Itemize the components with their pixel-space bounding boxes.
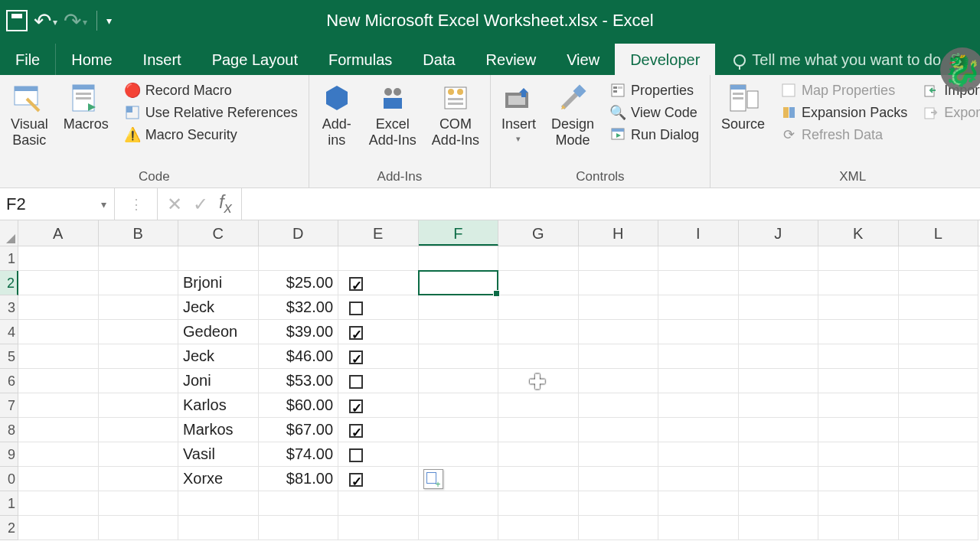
excel-addins-button[interactable]: Excel Add-Ins xyxy=(366,80,420,149)
cell[interactable] xyxy=(419,271,499,295)
cell[interactable]: Jeck xyxy=(178,344,259,369)
cell[interactable] xyxy=(99,344,179,369)
cell[interactable] xyxy=(99,369,179,393)
cell[interactable] xyxy=(419,393,499,418)
cell[interactable] xyxy=(498,344,579,369)
cell[interactable] xyxy=(338,295,419,320)
cell[interactable] xyxy=(818,393,899,418)
cell[interactable] xyxy=(818,467,899,491)
cell[interactable] xyxy=(259,491,339,516)
use-relative-refs-button[interactable]: Use Relative References xyxy=(121,102,301,123)
cell[interactable] xyxy=(338,491,419,516)
cell[interactable] xyxy=(739,442,819,467)
cell[interactable] xyxy=(658,246,739,271)
row-header[interactable]: 2 xyxy=(0,271,18,295)
cell[interactable] xyxy=(658,467,739,491)
cell[interactable] xyxy=(419,442,499,467)
cell[interactable] xyxy=(338,246,419,271)
cell[interactable] xyxy=(99,491,179,516)
expansion-packs-button[interactable]: Expansion Packs xyxy=(777,102,910,123)
select-all-corner[interactable] xyxy=(0,220,18,246)
cell[interactable] xyxy=(18,516,99,540)
cell[interactable] xyxy=(739,369,819,393)
cell[interactable]: $81.00 xyxy=(259,467,339,491)
column-header[interactable]: D xyxy=(259,220,339,246)
row-header[interactable]: 7 xyxy=(0,393,18,418)
cell[interactable]: Joni xyxy=(178,369,259,393)
cell[interactable] xyxy=(739,246,819,271)
cell[interactable] xyxy=(18,271,99,295)
checkbox-control[interactable] xyxy=(349,277,363,291)
column-header[interactable]: F xyxy=(419,220,499,246)
cell[interactable]: $32.00 xyxy=(259,295,339,320)
cell[interactable] xyxy=(498,418,579,442)
cell[interactable]: Jeck xyxy=(178,295,259,320)
row-header[interactable]: 5 xyxy=(0,344,18,369)
cell[interactable] xyxy=(818,369,899,393)
cell[interactable] xyxy=(739,491,819,516)
cell[interactable] xyxy=(818,516,899,540)
column-header[interactable]: J xyxy=(739,220,819,246)
cell[interactable] xyxy=(579,369,659,393)
checkbox-control[interactable] xyxy=(349,350,363,364)
cell[interactable] xyxy=(658,442,739,467)
cell[interactable] xyxy=(899,344,979,369)
cell[interactable] xyxy=(658,418,739,442)
row-header[interactable]: 9 xyxy=(0,442,18,467)
checkbox-control[interactable] xyxy=(349,375,363,389)
cell[interactable] xyxy=(419,295,499,320)
cell[interactable] xyxy=(899,393,979,418)
save-icon[interactable] xyxy=(6,10,28,31)
cell[interactable] xyxy=(818,491,899,516)
cell[interactable] xyxy=(18,246,99,271)
column-header[interactable]: B xyxy=(99,220,179,246)
cell[interactable] xyxy=(899,246,979,271)
cell[interactable] xyxy=(818,418,899,442)
tab-view[interactable]: View xyxy=(551,44,615,75)
cell[interactable] xyxy=(18,418,99,442)
tell-me-search[interactable]: Tell me what you want to do xyxy=(733,51,941,75)
cell[interactable] xyxy=(338,271,419,295)
cell[interactable] xyxy=(18,467,99,491)
cell[interactable]: Karlos xyxy=(178,393,259,418)
tab-developer[interactable]: Developer xyxy=(615,44,715,75)
cell[interactable] xyxy=(498,516,579,540)
cell[interactable] xyxy=(498,393,579,418)
cell[interactable] xyxy=(419,491,499,516)
qat-customize-icon[interactable]: ▾ xyxy=(106,15,112,27)
cell[interactable] xyxy=(178,516,259,540)
cell[interactable] xyxy=(18,393,99,418)
cell[interactable] xyxy=(99,295,179,320)
cell[interactable] xyxy=(338,344,419,369)
cell[interactable] xyxy=(579,467,659,491)
cell[interactable]: Markos xyxy=(178,418,259,442)
cell[interactable] xyxy=(899,369,979,393)
cell[interactable] xyxy=(818,295,899,320)
column-header[interactable]: L xyxy=(899,220,979,246)
run-dialog-button[interactable]: Run Dialog xyxy=(606,124,702,145)
cell[interactable] xyxy=(419,246,499,271)
cell[interactable] xyxy=(658,516,739,540)
cell[interactable]: Gedeon xyxy=(178,320,259,344)
cell[interactable] xyxy=(18,344,99,369)
cell[interactable] xyxy=(579,344,659,369)
macros-button[interactable]: Macros xyxy=(60,80,112,134)
cell[interactable] xyxy=(498,467,579,491)
tab-home[interactable]: Home xyxy=(56,44,127,75)
cell[interactable]: $74.00 xyxy=(259,442,339,467)
cell[interactable] xyxy=(899,442,979,467)
checkbox-control[interactable] xyxy=(349,424,363,438)
cell[interactable] xyxy=(99,320,179,344)
properties-button[interactable]: Properties xyxy=(606,80,702,101)
cell[interactable] xyxy=(658,271,739,295)
cell[interactable] xyxy=(498,295,579,320)
row-header[interactable]: 6 xyxy=(0,369,18,393)
cell[interactable] xyxy=(658,369,739,393)
cell[interactable] xyxy=(18,369,99,393)
column-header[interactable]: K xyxy=(818,220,899,246)
macro-security-button[interactable]: ⚠️ Macro Security xyxy=(121,124,301,145)
cell[interactable] xyxy=(99,418,179,442)
cell[interactable] xyxy=(498,320,579,344)
cell[interactable] xyxy=(818,320,899,344)
source-button[interactable]: Source xyxy=(718,80,768,134)
